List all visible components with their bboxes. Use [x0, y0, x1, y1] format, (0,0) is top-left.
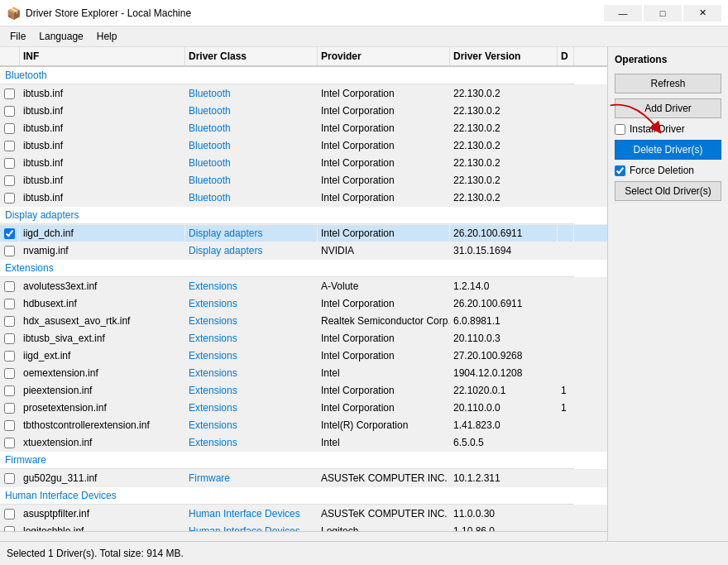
close-button[interactable]: ✕: [683, 5, 721, 22]
minimize-button[interactable]: —: [604, 5, 642, 22]
row-version: 31.0.15.1694: [450, 242, 558, 259]
row-extra: [558, 434, 574, 451]
row-inf: gu502gu_311.inf: [20, 470, 185, 486]
refresh-button[interactable]: Refresh: [615, 74, 721, 93]
row-class: Display adapters: [185, 225, 318, 242]
row-version: 22.130.0.2: [450, 155, 558, 171]
row-checkbox[interactable]: [0, 120, 20, 136]
table-row[interactable]: pieextension.inf Extensions Intel Corpor…: [0, 382, 607, 400]
row-inf: ibtusb.inf: [20, 172, 185, 189]
table-row[interactable]: avolutess3ext.inf Extensions A-Volute 1.…: [0, 278, 607, 295]
row-inf: logitechble.inf: [20, 523, 185, 531]
row-checkbox[interactable]: [0, 330, 20, 347]
row-checkbox[interactable]: [0, 137, 20, 154]
col-header-class[interactable]: Driver Class: [185, 47, 318, 65]
table-row[interactable]: ibtusb.inf Bluetooth Intel Corporation 2…: [0, 137, 607, 155]
row-checkbox[interactable]: [0, 242, 20, 259]
row-extra: [558, 278, 574, 294]
row-checkbox[interactable]: [0, 155, 20, 171]
horizontal-scrollbar[interactable]: [0, 531, 607, 541]
table-body[interactable]: Bluetooth ibtusb.inf Bluetooth Intel Cor…: [0, 67, 607, 531]
row-checkbox[interactable]: [0, 417, 20, 433]
table-row[interactable]: logitechble.inf Human Interface Devices …: [0, 523, 607, 531]
row-version: 26.20.100.6911: [450, 225, 558, 242]
add-driver-button[interactable]: Add Driver: [615, 98, 721, 118]
row-checkbox[interactable]: [0, 278, 20, 294]
row-extra: [558, 189, 574, 206]
col-header-version[interactable]: Driver Version: [450, 47, 558, 65]
row-extra: [558, 417, 574, 433]
table-row[interactable]: ibtusb.inf Bluetooth Intel Corporation 2…: [0, 155, 607, 172]
table-row[interactable]: prosetextension.inf Extensions Intel Cor…: [0, 400, 607, 417]
row-class: Extensions: [185, 382, 318, 399]
delete-driver-button[interactable]: Delete Driver(s): [615, 140, 721, 160]
row-version: 22.130.0.2: [450, 137, 558, 154]
table-row[interactable]: hdbusext.inf Extensions Intel Corporatio…: [0, 295, 607, 313]
force-deletion-checkbox[interactable]: [615, 165, 625, 176]
row-checkbox[interactable]: [0, 85, 20, 102]
row-checkbox[interactable]: [0, 365, 20, 381]
row-checkbox[interactable]: [0, 313, 20, 329]
row-class: Extensions: [185, 417, 318, 433]
row-extra: [558, 85, 574, 102]
row-checkbox[interactable]: [0, 523, 20, 531]
row-checkbox[interactable]: [0, 225, 20, 242]
install-driver-checkbox[interactable]: [615, 124, 625, 135]
row-class: Extensions: [185, 313, 318, 329]
row-checkbox[interactable]: [0, 470, 20, 486]
col-header-checkbox: [0, 47, 20, 65]
row-provider: Intel Corporation: [318, 189, 450, 206]
row-checkbox[interactable]: [0, 172, 20, 189]
row-inf: iigd_dch.inf: [20, 225, 185, 242]
table-row[interactable]: gu502gu_311.inf Firmware ASUSTeK COMPUTE…: [0, 470, 607, 487]
row-class: Display adapters: [185, 242, 318, 259]
col-header-provider[interactable]: Provider: [318, 47, 450, 65]
row-checkbox[interactable]: [0, 505, 20, 522]
table-header: INF Driver Class Provider Driver Version…: [0, 47, 607, 67]
col-header-d: D: [558, 47, 574, 65]
row-checkbox[interactable]: [0, 434, 20, 451]
category-hid: Human Interface Devices: [0, 487, 607, 505]
row-checkbox[interactable]: [0, 400, 20, 416]
row-extra: [558, 523, 574, 531]
category-bluetooth-label: Bluetooth: [0, 67, 574, 84]
row-provider: Intel Corporation: [318, 225, 450, 242]
table-row[interactable]: ibtusb.inf Bluetooth Intel Corporation 2…: [0, 189, 607, 207]
category-hid-label: Human Interface Devices: [0, 487, 574, 505]
row-extra: 1: [558, 382, 574, 399]
menu-file[interactable]: File: [3, 28, 32, 45]
row-checkbox[interactable]: [0, 189, 20, 206]
table-row[interactable]: ibtusb.inf Bluetooth Intel Corporation 2…: [0, 103, 607, 120]
table-row[interactable]: ibtusb.inf Bluetooth Intel Corporation 2…: [0, 120, 607, 137]
col-header-inf[interactable]: INF: [20, 47, 185, 65]
table-row[interactable]: tbthostcontrollerextension.inf Extension…: [0, 417, 607, 434]
row-inf: ibtusb.inf: [20, 189, 185, 206]
table-row[interactable]: asusptpfilter.inf Human Interface Device…: [0, 505, 607, 523]
row-provider: Intel: [318, 365, 450, 381]
select-old-drivers-button[interactable]: Select Old Driver(s): [615, 181, 721, 201]
row-extra: 1: [558, 400, 574, 416]
table-row[interactable]: nvamig.inf Display adapters NVIDIA 31.0.…: [0, 242, 607, 260]
row-inf: nvamig.inf: [20, 242, 185, 259]
row-checkbox[interactable]: [0, 103, 20, 119]
row-provider: Intel Corporation: [318, 120, 450, 136]
row-checkbox[interactable]: [0, 347, 20, 364]
table-row[interactable]: xtuextension.inf Extensions Intel 6.5.0.…: [0, 434, 607, 452]
table-row[interactable]: iigd_dch.inf Display adapters Intel Corp…: [0, 225, 607, 242]
app-title: Driver Store Explorer - Local Machine: [26, 7, 191, 19]
row-checkbox[interactable]: [0, 295, 20, 312]
table-row[interactable]: iigd_ext.inf Extensions Intel Corporatio…: [0, 347, 607, 365]
table-row[interactable]: ibtusb.inf Bluetooth Intel Corporation 2…: [0, 172, 607, 189]
status-text: Selected 1 Driver(s). Total size: 914 MB…: [7, 548, 184, 559]
maximize-button[interactable]: □: [644, 5, 682, 22]
row-extra: [558, 347, 574, 364]
row-inf: ibtusb.inf: [20, 103, 185, 119]
menu-help[interactable]: Help: [90, 28, 124, 45]
table-row[interactable]: oemextension.inf Extensions Intel 1904.1…: [0, 365, 607, 382]
table-row[interactable]: hdx_asusext_avo_rtk.inf Extensions Realt…: [0, 313, 607, 330]
row-checkbox[interactable]: [0, 382, 20, 399]
table-row[interactable]: ibtusb.inf Bluetooth Intel Corporation 2…: [0, 85, 607, 103]
menu-language[interactable]: Language: [32, 28, 89, 45]
row-version: 22.130.0.2: [450, 172, 558, 189]
table-row[interactable]: ibtusb_siva_ext.inf Extensions Intel Cor…: [0, 330, 607, 347]
